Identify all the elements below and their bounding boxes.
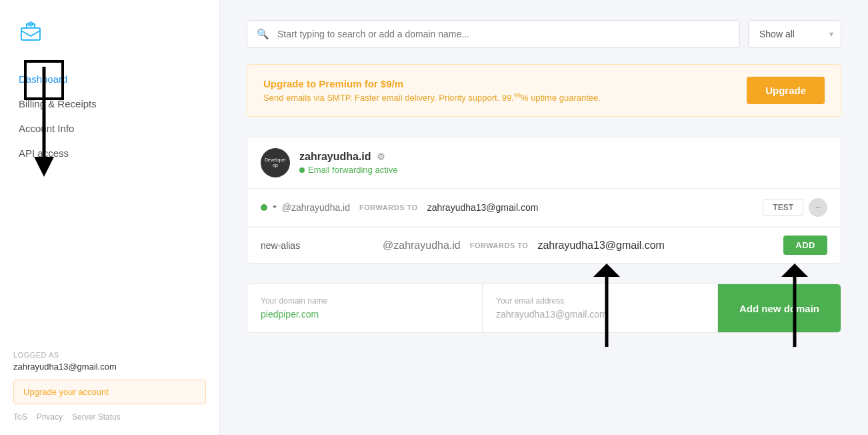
show-all-select[interactable]: Show all Active Inactive [748, 20, 841, 48]
tos-link[interactable]: ToS [13, 412, 27, 422]
new-alias-row: @zahrayudha.id FORWARDS TO zahrayudha13@… [247, 227, 841, 263]
forward-row-wildcard: * @zahrayudha.id FORWARDS TO zahrayudha1… [247, 189, 841, 227]
sidebar: Dashboard Billing & Receipts Account Inf… [0, 0, 220, 435]
svg-marker-6 [593, 264, 620, 277]
test-button[interactable]: TEST [763, 199, 803, 216]
upgrade-banner-title: Upgrade to Premium for $9/m [263, 78, 601, 89]
upgrade-banner-description: Send emails via SMTP. Faster email deliv… [263, 92, 601, 103]
server-status-link[interactable]: Server Status [72, 412, 121, 422]
upgrade-banner-text: Upgrade to Premium for $9/m Send emails … [263, 78, 601, 103]
sidebar-item-api-access[interactable]: API access [0, 141, 219, 165]
search-input-wrap: 🔍 [247, 20, 740, 48]
domain-title: zahrayudha.id ⚙ [299, 151, 397, 163]
email-address-input[interactable] [496, 309, 704, 320]
forwards-to-label-wildcard: FORWARDS TO [359, 203, 418, 211]
search-row: 🔍 Show all Active Inactive ▾ [247, 20, 841, 48]
active-dot [299, 167, 305, 173]
add-alias-button[interactable]: ADD [783, 236, 827, 255]
avatar: Developerop [261, 148, 290, 177]
logged-as-label: LOGGED AS [13, 351, 206, 359]
domain-status: Email forwarding active [299, 165, 397, 175]
show-all-wrap: Show all Active Inactive ▾ [748, 20, 841, 48]
svg-rect-0 [21, 28, 40, 40]
sidebar-nav: Dashboard Billing & Receipts Account Inf… [0, 59, 219, 340]
svg-marker-8 [781, 264, 808, 277]
upgrade-account-box[interactable]: Upgrade your account [13, 380, 206, 404]
main-content: 🔍 Show all Active Inactive ▾ Upgrade to … [220, 0, 868, 435]
sidebar-item-dashboard[interactable]: Dashboard [0, 67, 219, 91]
email-input-label: Your email address [496, 296, 704, 306]
wildcard-alias: * [273, 202, 277, 213]
target-email-wildcard: zahrayudha13@gmail.com [427, 202, 758, 213]
logo [0, 0, 219, 59]
privacy-link[interactable]: Privacy [37, 412, 63, 422]
logged-as-email: zahrayudha13@gmail.com [13, 362, 206, 372]
search-icon: 🔍 [257, 28, 269, 40]
sidebar-item-billing[interactable]: Billing & Receipts [0, 91, 219, 116]
upgrade-banner: Upgrade to Premium for $9/m Send emails … [247, 64, 841, 117]
domain-name-wrap: zahrayudha.id ⚙ Email forwarding active [299, 151, 397, 175]
at-domain-new-alias: @zahrayudha.id [383, 240, 461, 252]
sidebar-footer-links: ToS Privacy Server Status [13, 412, 206, 422]
target-email-new-alias: zahrayudha13@gmail.com [537, 240, 778, 252]
add-new-domain-button[interactable]: Add new domain [718, 284, 841, 332]
domain-name-input[interactable] [261, 309, 469, 320]
domain-header: Developerop zahrayudha.id ⚙ Email forwar… [247, 137, 841, 189]
gear-icon[interactable]: ⚙ [377, 151, 385, 162]
domain-input-label: Your domain name [261, 296, 469, 306]
search-input[interactable] [272, 21, 730, 47]
green-dot [261, 204, 267, 211]
email-input-wrap: Your email address [483, 284, 718, 332]
add-domain-section: Your domain name Your email address Add … [247, 284, 841, 333]
at-domain-wildcard: @zahrayudha.id [282, 202, 350, 213]
sidebar-bottom: LOGGED AS zahrayudha13@gmail.com Upgrade… [0, 340, 219, 435]
domain-card: Developerop zahrayudha.id ⚙ Email forwar… [247, 137, 841, 264]
upgrade-button[interactable]: Upgrade [747, 77, 825, 104]
delete-forward-button[interactable]: − [809, 198, 827, 217]
forwards-to-label-new-alias: FORWARDS TO [470, 242, 529, 250]
sidebar-item-account-info[interactable]: Account Info [0, 116, 219, 141]
new-alias-input[interactable] [261, 240, 377, 251]
domain-input-wrap: Your domain name [247, 284, 483, 332]
